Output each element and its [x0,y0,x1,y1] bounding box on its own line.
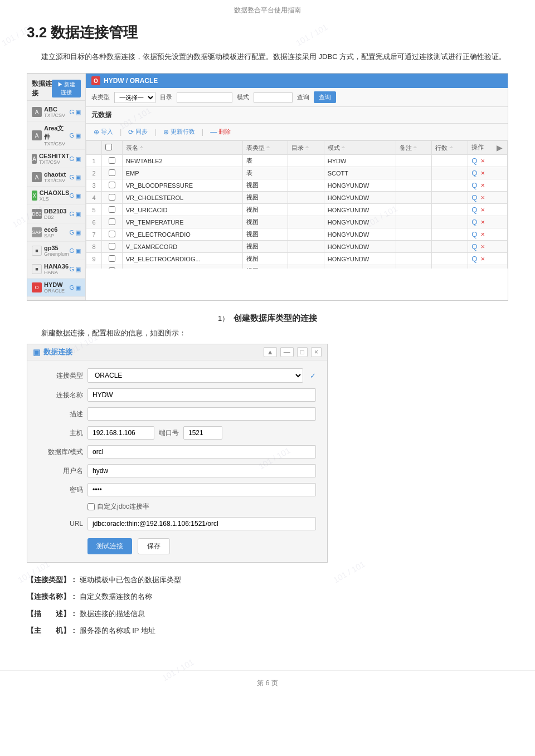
row-checkbox[interactable] [109,267,115,269]
sidebar-item-hana36[interactable]: ■ HANA36 HANA G ▣ [27,260,85,279]
ecc6-delete-btn[interactable]: ▣ [75,229,81,236]
sidebar-item-ecc6[interactable]: SAP ecc6 SAP G ▣ [27,223,85,242]
desc-input[interactable] [87,407,316,421]
row-search-btn[interactable]: Q [471,242,477,251]
row-checkbox[interactable] [109,206,115,213]
import-button[interactable]: ⊕ 导入 [91,126,115,137]
abc-edit-btn[interactable]: G [69,109,74,116]
table-row: 8 V_EXAMRECORD 视图 HONGYUNDW Q × [86,241,508,253]
dialog-maximize-btn[interactable]: □ [297,347,308,357]
row-search-btn[interactable]: Q [471,230,477,238]
row-search-btn[interactable]: Q [471,206,477,214]
row-search-btn[interactable]: Q [471,267,477,269]
hydw-edit-btn[interactable]: G [69,284,74,291]
host-label: 主机 [38,428,83,438]
row-delete-btn[interactable]: × [480,267,485,269]
row-note [396,216,432,228]
gp35-edit-btn[interactable]: G [69,247,74,255]
row-name: VR_CHOLESTEROL [122,192,242,204]
row-delete-btn[interactable]: × [480,242,485,251]
delete-button[interactable]: — 删除 [208,126,233,137]
target-input[interactable] [177,92,232,103]
select-all-checkbox[interactable] [105,144,112,150]
dialog-arrow-btn[interactable]: ▲ [264,347,277,357]
db-mode-input[interactable] [87,445,316,459]
row-checkbox[interactable] [109,255,115,262]
sidebar-item-area[interactable]: A Area文件 TXT/CSV G ▣ [27,121,85,150]
row-delete-btn[interactable]: × [480,193,485,202]
sidebar-item-chaotxt[interactable]: A chaotxt TXT/CSV G ▣ [27,168,85,187]
row-checkbox[interactable] [109,169,115,176]
conn-type-select[interactable]: ORACLE MySQL DB2 HANA Greenplum [87,368,303,383]
new-connection-button[interactable]: ▶ 新建连接 [52,80,81,97]
row-checkbox-cell [102,253,123,265]
save-button[interactable]: 保存 [138,538,170,554]
row-search-btn[interactable]: Q [471,218,477,226]
test-connection-button[interactable]: 测试连接 [87,538,132,554]
abc-delete-btn[interactable]: ▣ [75,109,81,116]
table-row: 2 EMP 表 SCOTT Q × [86,167,508,179]
custom-jdbc-checkbox[interactable] [87,503,95,510]
db2103-edit-btn[interactable]: G [69,211,74,218]
ceshitxt-delete-btn[interactable]: ▣ [75,155,81,163]
query-button[interactable]: 查询 [314,91,336,103]
hydw-delete-btn[interactable]: ▣ [75,284,81,291]
row-search-btn[interactable]: Q [471,157,477,165]
row-search-btn[interactable]: Q [471,193,477,202]
sidebar-item-chaoxls[interactable]: X CHAOXLS XLS G ▣ [27,187,85,205]
row-delete-btn[interactable]: × [480,206,485,214]
host-input[interactable] [87,426,154,440]
ceshitxt-edit-btn[interactable]: G [69,155,74,163]
row-checkbox[interactable] [109,231,115,237]
username-input[interactable] [87,464,316,477]
row-search-btn[interactable]: Q [471,169,477,177]
ecc6-edit-btn[interactable]: G [69,229,74,236]
page-content: 3.2 数据连接管理 建立源和目标的各种数据连接，依据预先设置的数据驱动模板进行… [0,17,535,661]
row-delete-btn[interactable]: × [480,157,485,165]
mode-input[interactable] [254,92,293,103]
sidebar-item-abc[interactable]: A ABC TXT/CSV G ▣ [27,103,85,121]
sidebar-item-db2103[interactable]: DB2 DB2103 DB2 G ▣ [27,205,85,223]
refresh-button[interactable]: ⊕ 更新行数 [161,126,197,137]
table-type-select[interactable]: 一选择一 表 视图 [114,92,155,103]
row-checkbox-cell [102,155,123,167]
hana36-edit-btn[interactable]: G [69,266,74,273]
row-delete-btn[interactable]: × [480,230,485,238]
hana36-delete-btn[interactable]: ▣ [75,266,81,273]
row-checkbox[interactable] [109,182,115,188]
row-delete-btn[interactable]: × [480,255,485,263]
chaoxls-delete-btn[interactable]: ▣ [75,192,81,199]
chaotxt-delete-btn[interactable]: ▣ [75,174,81,181]
password-input[interactable] [87,483,316,496]
sidebar-item-hydw[interactable]: O HYDW ORACLE G ▣ [27,279,85,297]
db2103-delete-btn[interactable]: ▣ [75,211,81,218]
sync-button[interactable]: ⟳ 同步 [126,126,150,137]
conn-name-input[interactable] [87,388,316,402]
url-input[interactable] [87,517,316,530]
row-checkbox[interactable] [109,194,115,201]
row-search-btn[interactable]: Q [471,181,477,189]
chaotxt-edit-btn[interactable]: G [69,174,74,181]
sidebar-item-gp35[interactable]: ■ gp35 Greenplum G ▣ [27,242,85,260]
sidebar-title: 数据连接 [32,79,52,98]
area-delete-btn[interactable]: ▣ [75,132,81,139]
row-delete-btn[interactable]: × [480,181,485,189]
row-delete-btn[interactable]: × [480,169,485,177]
chaoxls-edit-btn[interactable]: G [69,192,74,199]
form-row-conn-name: 连接名称 [38,388,316,402]
row-checkbox[interactable] [109,157,115,164]
dialog-minimize-btn[interactable]: — [280,347,294,357]
port-input[interactable] [183,426,222,440]
row-checkbox[interactable] [109,243,115,250]
table-scroll-area[interactable]: 表名 ÷ 表类型 ÷ 目录 ÷ 模式 ÷ 备注 ÷ 行数 ÷ 操作 ▶ 1 [86,140,508,269]
area-edit-btn[interactable]: G [69,132,74,139]
dialog-close-btn[interactable]: × [311,347,322,357]
row-search-btn[interactable]: Q [471,255,477,263]
row-checkbox[interactable] [109,218,115,225]
table-row: 5 VR_URICACID 视图 HONGYUNDW Q × [86,204,508,216]
gp35-delete-btn[interactable]: ▣ [75,247,81,255]
sidebar-item-ceshitxt[interactable]: A CESHITXT TXT/CSV G ▣ [27,150,85,168]
row-delete-btn[interactable]: × [480,218,485,226]
row-name: VR_ELECTROCARDIOG... [122,253,242,265]
table-row: 10 VF_REGISTEREDCOUNT 视图 HONGYUNDW Q × [86,265,508,269]
